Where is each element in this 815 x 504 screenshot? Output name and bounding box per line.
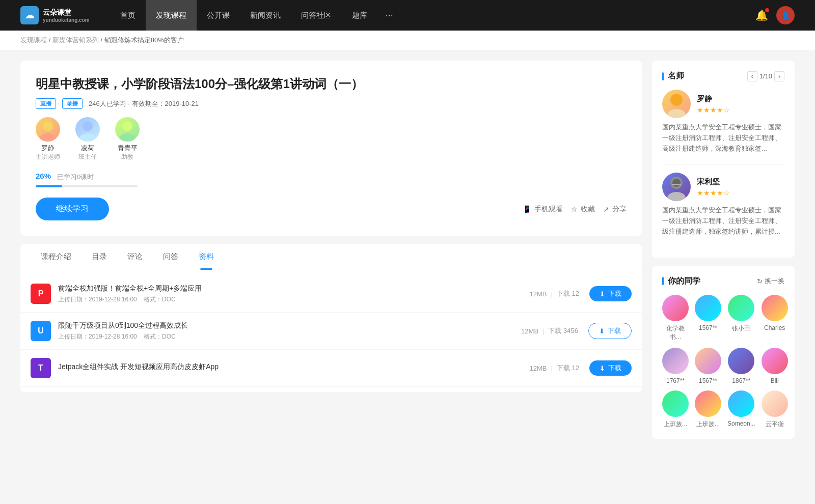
teacher-1: 罗静 主讲老师 — [36, 117, 60, 161]
nav-quiz[interactable]: 题库 — [342, 0, 377, 31]
tab-intro[interactable]: 课程介绍 — [31, 244, 82, 270]
teacher-3: 青青平 助教 — [115, 117, 140, 161]
nav-home[interactable]: 首页 — [110, 0, 146, 31]
logo-icon: ☁ — [20, 6, 39, 24]
file-stats-1: 12MB | 下载 12 — [530, 289, 579, 298]
classmate-5-name: 1767** — [666, 377, 685, 384]
sidebar-teacher-2-header: 宋利坚 ★★★★☆ — [662, 173, 784, 201]
tab-materials[interactable]: 资料 — [188, 244, 224, 270]
progress-bar-bg — [36, 185, 138, 187]
classmate-1[interactable]: 化学教书... — [662, 295, 689, 342]
sidebar-teacher-1-header: 罗静 ★★★★☆ — [662, 90, 784, 118]
classmate-1-avatar — [662, 295, 689, 321]
file-info-3: Jetpack全组件实战 开发短视频应用高仿皮皮虾App — [58, 362, 530, 374]
badge-live: 直播 — [36, 98, 56, 109]
logo-sub: yunduoketang.com — [43, 17, 90, 23]
classmates-sidebar-card: 你的同学 ↻ 换一换 化学教书... 1567** 张小田 — [652, 266, 795, 439]
svg-point-2 — [83, 121, 93, 131]
nav-discover[interactable]: 发现课程 — [146, 0, 197, 31]
classmate-12[interactable]: 云平衡 — [762, 390, 788, 429]
breadcrumb: 发现课程 / 新媒体营销系列 / 销冠修炼术搞定80%的客户 — [0, 31, 815, 50]
svg-point-1 — [40, 133, 56, 142]
classmate-2[interactable]: 1567** — [695, 295, 721, 342]
classmate-7[interactable]: 1867** — [727, 348, 755, 384]
teacher-divider — [662, 164, 784, 164]
sidebar-teacher-1-name: 罗静 — [697, 94, 730, 104]
classmate-12-avatar — [762, 390, 788, 417]
nav-news[interactable]: 新闻资讯 — [240, 0, 291, 31]
teacher-3-name: 青青平 — [118, 144, 138, 153]
nav-more-button[interactable]: ··· — [377, 0, 401, 31]
classmate-11-avatar — [728, 390, 754, 417]
collect-icon: ☆ — [571, 205, 578, 213]
prev-page-button[interactable]: ‹ — [747, 71, 757, 81]
svg-point-4 — [122, 121, 132, 131]
download-button-2[interactable]: ⬇ 下载 — [588, 323, 632, 339]
share-button[interactable]: ↗ 分享 — [603, 205, 627, 214]
notification-dot — [765, 8, 769, 12]
course-title: 明星中教授课，小学阶段语法100分–强化级第1讲动词（一） — [36, 76, 627, 92]
header: ☁ 云朵课堂 yunduoketang.com 首页 发现课程 公开课 新闻资讯… — [0, 0, 815, 31]
tabs: 课程介绍 目录 评论 问答 资料 — [20, 244, 642, 270]
user-avatar[interactable]: 👤 — [776, 6, 795, 24]
teacher-2-role: 班主任 — [78, 153, 97, 161]
tab-qa[interactable]: 问答 — [153, 244, 188, 270]
classmate-2-name: 1567** — [699, 324, 717, 331]
continue-button[interactable]: 继续学习 — [36, 198, 109, 220]
classmates-refresh[interactable]: ↻ 换一换 — [757, 276, 784, 286]
classmate-6[interactable]: 1567** — [695, 348, 721, 384]
file-icon-3: T — [31, 358, 51, 378]
svg-point-10 — [672, 179, 681, 187]
bell-icon[interactable]: 🔔 — [755, 9, 768, 21]
sidebar-teacher-1-stars: ★★★★☆ — [697, 106, 730, 114]
classmate-3[interactable]: 张小田 — [727, 295, 755, 342]
classmate-4-avatar — [762, 295, 788, 321]
classmate-9-avatar — [662, 390, 689, 417]
sidebar-teacher-1-info: 罗静 ★★★★☆ — [697, 94, 730, 114]
share-icon: ↗ — [603, 205, 609, 213]
classmate-3-name: 张小田 — [732, 324, 750, 333]
tab-comments[interactable]: 评论 — [117, 244, 153, 270]
tab-contents[interactable]: 目录 — [82, 244, 117, 270]
classmate-10[interactable]: 上班族... — [695, 390, 721, 429]
mobile-watch-button[interactable]: 📱 手机观看 — [523, 205, 563, 214]
file-item-1: P 前端全栈加强版！前端全栈+全周期+多端应用 上传日期：2019-12-28 … — [20, 275, 642, 313]
course-meta-text: 246人已学习 · 有效期至：2019-10-21 — [89, 99, 199, 108]
file-item-2: U 跟随千万级项目从0到100全过程高效成长 上传日期：2019-12-28 1… — [20, 313, 642, 350]
teacher-3-avatar — [115, 117, 140, 142]
sidebar-teacher-2-name: 宋利坚 — [697, 177, 730, 187]
mobile-label: 手机观看 — [534, 205, 563, 214]
classmates-grid: 化学教书... 1567** 张小田 Charles 1767** — [662, 295, 784, 429]
course-card: 明星中教授课，小学阶段语法100分–强化级第1讲动词（一） 直播 录播 246人… — [20, 61, 642, 236]
nav-qa[interactable]: 问答社区 — [291, 0, 342, 31]
sidebar-teacher-2: 宋利坚 ★★★★☆ 国内某重点大学安全工程专业硕士，国家一级注册消防工程师、注册… — [662, 173, 784, 237]
teacher-1-name: 罗静 — [41, 144, 55, 153]
download-button-1[interactable]: ⬇ 下载 — [589, 286, 632, 301]
breadcrumb-sep1: / — [49, 36, 52, 44]
progress-section: 26% 已学习0课时 — [36, 172, 627, 187]
file-name-1: 前端全栈加强版！前端全栈+全周期+多端应用 — [58, 284, 530, 293]
nav-open[interactable]: 公开课 — [197, 0, 240, 31]
classmate-8[interactable]: Bill — [762, 348, 788, 384]
svg-point-9 — [667, 192, 686, 201]
breadcrumb-home[interactable]: 发现课程 — [20, 36, 47, 44]
svg-point-6 — [670, 94, 683, 106]
teacher-1-avatar — [36, 117, 60, 142]
classmate-9[interactable]: 上班族... — [662, 390, 689, 429]
classmate-4[interactable]: Charles — [762, 295, 788, 342]
teachers-sidebar-title: 名师 ‹ 1/10 › — [662, 71, 784, 81]
logo[interactable]: ☁ 云朵课堂 yunduoketang.com — [20, 6, 90, 24]
teacher-2-info: 凌荷 班主任 — [78, 144, 97, 161]
collect-button[interactable]: ☆ 收藏 — [571, 205, 595, 214]
breadcrumb-current: 销冠修炼术搞定80%的客户 — [104, 36, 184, 44]
classmate-12-name: 云平衡 — [766, 420, 784, 429]
classmate-11[interactable]: Someon... — [727, 390, 755, 429]
refresh-label: 换一换 — [765, 276, 784, 286]
classmate-5[interactable]: 1767** — [662, 348, 689, 384]
breadcrumb-series[interactable]: 新媒体营销系列 — [52, 36, 99, 44]
next-page-button[interactable]: › — [774, 71, 784, 81]
download-button-3[interactable]: ⬇ 下载 — [589, 360, 632, 376]
classmate-1-name: 化学教书... — [662, 324, 689, 342]
sidebar-teacher-2-avatar — [662, 173, 691, 201]
sidebar-teacher-2-stars: ★★★★☆ — [697, 189, 730, 197]
